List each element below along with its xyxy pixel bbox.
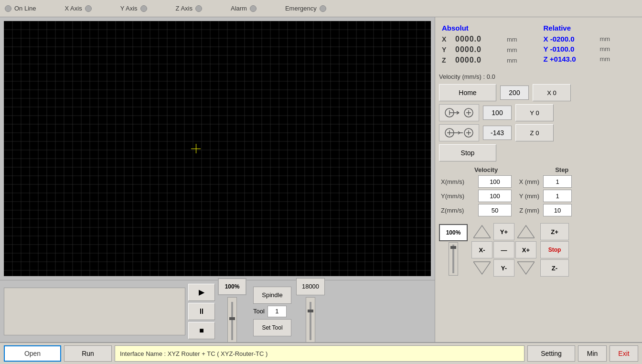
- absolut-box: Absolut X 0000.0 mm Y 0000.0 mm Z 0000.0…: [439, 21, 537, 69]
- tool-value: 1: [268, 306, 287, 317]
- bottom-controls: ▶ ⏸ ■ 100%: [0, 280, 435, 342]
- online-label: On Line: [14, 5, 36, 12]
- tool-label: Tool: [253, 308, 265, 315]
- xstep-input[interactable]: [543, 175, 572, 188]
- play-icon: ▶: [199, 288, 204, 297]
- jog-right-button[interactable]: [439, 124, 479, 141]
- step-header: Step: [555, 166, 568, 173]
- motion-row-3: -143 Z 0: [439, 124, 638, 141]
- rpm-display: 18000: [296, 278, 325, 295]
- min-button[interactable]: Min: [578, 345, 607, 362]
- emergency-label: Emergency: [285, 5, 317, 12]
- stop-button[interactable]: ■: [188, 322, 215, 339]
- speed-slider[interactable]: [227, 297, 237, 343]
- jog-yminus-button[interactable]: Y-: [493, 259, 514, 277]
- grid-canvas: [4, 21, 431, 276]
- velocity-label: Velocity (mm/s) : 0.0: [439, 72, 638, 81]
- status-emergency: Emergency: [285, 5, 326, 12]
- status-xaxis: X Axis: [65, 5, 92, 12]
- home-button[interactable]: Home: [439, 84, 496, 101]
- zaxis-led: [195, 5, 202, 12]
- jog-xplus-button[interactable]: X+: [515, 241, 536, 258]
- x0-button[interactable]: X 0: [533, 84, 571, 101]
- online-led: [5, 5, 11, 12]
- y0-button[interactable]: Y 0: [515, 104, 554, 121]
- val-100-1: 100: [483, 106, 512, 120]
- val-200: 200: [500, 86, 529, 100]
- ymms-label: Y(mm/s): [441, 193, 474, 200]
- relative-box: Relative X -0200.0 mm Y -0100.0 mm Z +01…: [541, 21, 639, 69]
- motion-row-4: Stop: [439, 144, 638, 161]
- jog-center-button[interactable]: —: [493, 241, 514, 258]
- play-button[interactable]: ▶: [188, 284, 215, 301]
- run-button[interactable]: Run: [64, 345, 112, 362]
- rpm-slider[interactable]: [306, 297, 315, 343]
- status-yaxis: Y Axis: [120, 5, 147, 12]
- zstep-input[interactable]: [543, 204, 572, 216]
- motion-row-1: Home 200 X 0: [439, 84, 638, 101]
- zvel-input[interactable]: [478, 204, 512, 216]
- rel-z: Z +0143.0: [544, 55, 596, 63]
- jog-upright-empty: [515, 223, 536, 240]
- status-alarm: Alarm: [231, 5, 257, 12]
- relative-title: Relative: [544, 24, 636, 32]
- zplus-button[interactable]: Z+: [540, 223, 569, 240]
- right-panel: Absolut X 0000.0 mm Y 0000.0 mm Z 0000.0…: [435, 17, 642, 342]
- zaxis-label: Z Axis: [176, 5, 193, 12]
- jog-downleft-empty: [471, 259, 492, 277]
- motion-row-2: 100 Y 0: [439, 104, 638, 121]
- status-online: On Line: [5, 5, 36, 12]
- interface-label: Interface Name : XYZ Router + TC ( XYZ-R…: [115, 345, 524, 362]
- z0-button[interactable]: Z 0: [515, 124, 554, 141]
- jog-downright-empty: [515, 259, 536, 277]
- stop-icon: ■: [199, 326, 204, 335]
- svg-marker-20: [517, 262, 535, 274]
- setting-button[interactable]: Setting: [527, 345, 575, 362]
- jog-upleft-empty: [471, 223, 492, 240]
- val-minus143: -143: [483, 126, 512, 140]
- jog-left-button[interactable]: [439, 104, 479, 121]
- param-section: Velocity Step X(mm/s) 100 X (mm) Y(mm/s)…: [439, 164, 638, 220]
- status-bar: On Line X Axis Y Axis Z Axis Alarm Emerg…: [0, 0, 642, 17]
- set-tool-button[interactable]: Set Tool: [253, 319, 291, 336]
- yaxis-label: Y Axis: [120, 5, 138, 12]
- jog-xminus-button[interactable]: X-: [471, 241, 492, 258]
- progress-bar-area: [4, 288, 185, 335]
- xvel-input[interactable]: 100: [478, 175, 512, 188]
- xaxis-label: X Axis: [65, 5, 82, 12]
- jog-yplus-button[interactable]: Y+: [493, 223, 514, 240]
- canvas-view: [4, 21, 431, 276]
- pause-icon: ⏸: [198, 307, 205, 316]
- pause-button[interactable]: ⏸: [188, 303, 215, 320]
- jog-speed-slider[interactable]: [449, 242, 458, 276]
- abs-z: 0000.0: [455, 56, 503, 64]
- rel-x: X -0200.0: [544, 35, 596, 43]
- abs-x: 0000.0: [455, 35, 503, 43]
- zmms-label: Z(mm/s): [441, 207, 474, 214]
- speed-percent-button[interactable]: 100%: [218, 278, 246, 295]
- z-controls: Z+ Stop Z-: [540, 223, 569, 277]
- yaxis-led: [140, 5, 147, 12]
- emergency-led: [320, 5, 326, 12]
- jog-section: 100% Y+: [439, 223, 638, 277]
- zminus-button[interactable]: Z-: [540, 259, 569, 277]
- xmms-label: X(mm/s): [441, 178, 474, 185]
- main-stop-button[interactable]: Stop: [439, 144, 496, 161]
- ystep-input[interactable]: [543, 190, 572, 202]
- abs-y: 0000.0: [455, 45, 503, 54]
- coord-section: Absolut X 0000.0 mm Y 0000.0 mm Z 0000.0…: [439, 21, 638, 69]
- xaxis-led: [85, 5, 92, 12]
- spindle-button[interactable]: Spindle: [253, 287, 291, 304]
- yvel-input[interactable]: [478, 190, 512, 202]
- exit-button[interactable]: Exit: [610, 345, 638, 362]
- xmm-label: X (mm): [515, 178, 539, 185]
- jog-stop-button[interactable]: Stop: [540, 241, 569, 258]
- jog-speed-pct-button[interactable]: 100%: [439, 224, 468, 241]
- velocity-header: Velocity: [474, 166, 498, 173]
- svg-marker-18: [517, 225, 535, 238]
- status-zaxis: Z Axis: [176, 5, 202, 12]
- absolut-title: Absolut: [442, 24, 534, 32]
- open-button[interactable]: Open: [4, 345, 61, 362]
- ymm-label: Y (mm): [515, 193, 539, 200]
- svg-marker-17: [473, 225, 491, 238]
